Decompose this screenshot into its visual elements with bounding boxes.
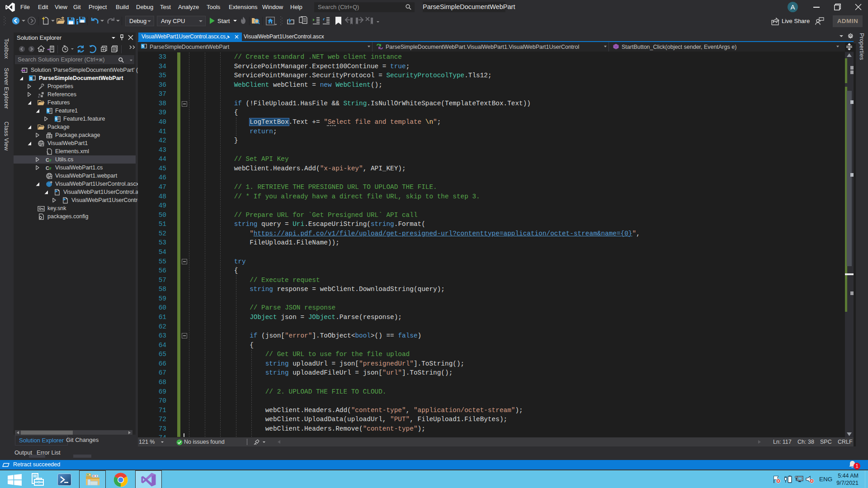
svg-text:#: # <box>49 158 52 162</box>
svg-text:S: S <box>55 117 57 121</box>
svg-text:S: S <box>47 108 49 113</box>
svg-text:#: # <box>49 166 52 170</box>
svg-text:S: S <box>29 76 32 80</box>
svg-text:S: S <box>142 44 144 48</box>
